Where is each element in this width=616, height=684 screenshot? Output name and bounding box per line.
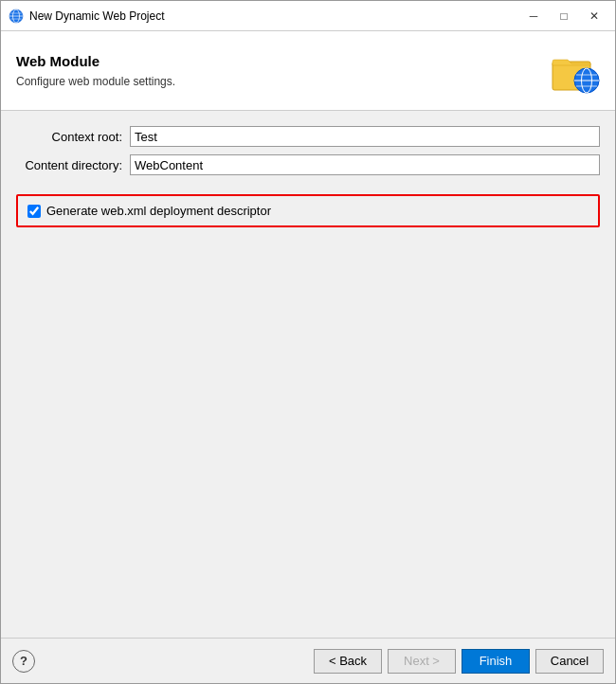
maximize-button[interactable]: □	[551, 7, 577, 26]
context-root-label: Context root:	[16, 130, 130, 144]
navigation-buttons: < Back Next > Finish Cancel	[314, 649, 604, 674]
content-area: Context root: Content directory: Generat…	[1, 111, 615, 638]
content-directory-row: Content directory:	[16, 154, 600, 175]
window-icon	[9, 9, 24, 24]
header-icon	[551, 46, 600, 96]
generate-descriptor-label[interactable]: Generate web.xml deployment descriptor	[46, 204, 271, 218]
back-button[interactable]: < Back	[314, 649, 382, 674]
next-button[interactable]: Next >	[388, 649, 456, 674]
window-title: New Dynamic Web Project	[29, 9, 520, 23]
content-directory-input[interactable]	[130, 154, 600, 175]
help-button[interactable]: ?	[12, 650, 35, 673]
main-window: New Dynamic Web Project ─ □ ✕ Web Module…	[0, 0, 616, 684]
cancel-button[interactable]: Cancel	[535, 649, 604, 674]
content-directory-label: Content directory:	[16, 158, 130, 172]
header-section: Web Module Configure web module settings…	[1, 31, 615, 111]
context-root-input[interactable]	[130, 126, 600, 147]
header-text: Web Module Configure web module settings…	[16, 53, 539, 88]
finish-button[interactable]: Finish	[462, 649, 530, 674]
header-subtitle: Configure web module settings.	[16, 75, 539, 88]
window-controls: ─ □ ✕	[520, 7, 607, 26]
generate-descriptor-row: Generate web.xml deployment descriptor	[16, 194, 600, 227]
close-button[interactable]: ✕	[581, 7, 607, 26]
bottom-bar: ? < Back Next > Finish Cancel	[1, 638, 615, 683]
context-root-row: Context root:	[16, 126, 600, 147]
header-title: Web Module	[16, 53, 539, 69]
generate-descriptor-checkbox[interactable]	[27, 205, 41, 218]
title-bar: New Dynamic Web Project ─ □ ✕	[1, 1, 615, 31]
minimize-button[interactable]: ─	[520, 7, 547, 26]
